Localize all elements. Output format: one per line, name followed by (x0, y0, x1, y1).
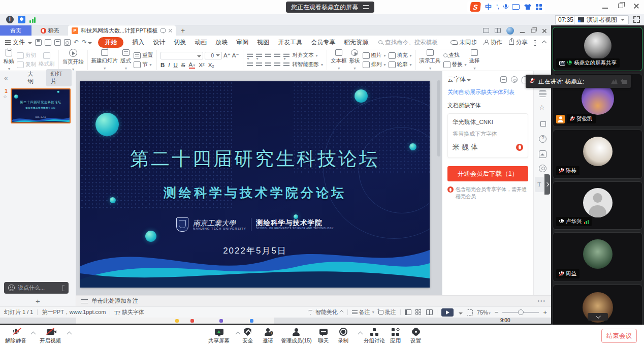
slide-subtitle[interactable]: 测绘科学与技术学院分论坛 (80, 184, 430, 201)
wps-minimize-icon[interactable] (520, 32, 525, 33)
tab-home[interactable]: 首页 (0, 25, 31, 36)
location-icon[interactable] (539, 165, 546, 172)
zoom-level[interactable]: 75% (477, 309, 491, 316)
slide-title[interactable]: 第二十四届研究生科技论坛 (80, 146, 430, 172)
feedback-icon[interactable] (500, 76, 507, 83)
sync-status[interactable]: 未同步 (450, 39, 477, 46)
record-button[interactable]: 录制 (338, 327, 348, 344)
settings-icon[interactable] (511, 76, 518, 83)
slideshow-play-button[interactable] (441, 308, 454, 317)
slide-canvas[interactable]: 第二十四届研究生科技论坛 测绘科学与技术学院分论坛 南京工業大學 NANJING… (76, 71, 442, 306)
emoji-icon[interactable] (8, 285, 15, 291)
new-slide-button[interactable]: 新建幻灯片 (91, 49, 118, 71)
indent-decrease-icon[interactable] (265, 53, 271, 58)
zoom-slider[interactable] (502, 312, 539, 313)
add-slide-button[interactable]: + (0, 297, 76, 305)
participant-tile[interactable]: 周益 (553, 232, 642, 282)
chat-resize-handle[interactable] (62, 285, 65, 291)
menu-insert[interactable]: 插入 (132, 38, 144, 47)
sorter-view-icon[interactable] (415, 309, 422, 315)
replace-button[interactable]: 替换 (443, 61, 467, 68)
bullets-icon[interactable] (247, 53, 253, 58)
tab-docer[interactable]: 稻壳 (31, 25, 68, 36)
menu-animation[interactable]: 动画 (195, 38, 207, 47)
close-icon[interactable] (633, 3, 639, 9)
font-color-button[interactable]: A (189, 61, 196, 69)
more-menu-icon[interactable] (534, 39, 536, 46)
numbering-icon[interactable] (256, 53, 262, 58)
beautify-star-icon[interactable] (539, 105, 546, 112)
select-button[interactable]: 选择 (469, 49, 480, 71)
subscript-button[interactable]: X₂ (208, 62, 214, 68)
indent-increase-icon[interactable] (274, 53, 280, 58)
ime-punct-toggle[interactable]: ’, (496, 4, 499, 10)
fit-page-icon[interactable] (467, 309, 473, 316)
menu-file[interactable]: 文件 (5, 38, 32, 47)
save-icon[interactable] (35, 39, 42, 46)
help-icon[interactable] (539, 135, 546, 143)
unmute-button[interactable]: 解除静音 (5, 327, 26, 344)
participant-tile[interactable]: 卢华兴 (553, 181, 642, 230)
security-button[interactable]: 安全 (242, 327, 253, 344)
my-mic-muted-icon[interactable] (530, 78, 535, 84)
notes-toggle-button[interactable]: 备注 (352, 308, 374, 316)
section-button[interactable]: 节 (134, 61, 153, 68)
panel-collapse-handle[interactable] (544, 174, 550, 195)
ime-toolbox-icon[interactable] (536, 4, 542, 10)
record-options-caret[interactable] (358, 332, 363, 337)
print-icon[interactable] (54, 39, 61, 46)
image-tools-icon[interactable] (539, 150, 546, 158)
ime-mic-icon[interactable] (504, 4, 507, 10)
cut-button[interactable]: 剪切 (17, 52, 36, 59)
smart-graphics-button[interactable]: 转智能图形 (293, 61, 324, 68)
zoom-out-button[interactable]: − (495, 308, 499, 316)
apps-button[interactable]: 应用 (390, 327, 401, 344)
reset-button[interactable]: 重置 (134, 52, 153, 59)
command-search[interactable]: 查找命令、搜索模板 (378, 39, 438, 46)
align-left-icon[interactable] (247, 62, 253, 67)
end-meeting-button[interactable]: 结束会议 (601, 329, 637, 343)
align-right-icon[interactable] (265, 62, 271, 67)
breakout-button[interactable]: 分组讨论 (364, 327, 385, 344)
collab-button[interactable]: 协作 (484, 39, 502, 46)
line-spacing-icon[interactable] (283, 62, 289, 67)
copy-button[interactable]: 复制 (17, 61, 36, 68)
paste-button[interactable]: 粘贴 (4, 49, 14, 71)
video-options-caret[interactable] (67, 332, 72, 337)
tab-outline[interactable]: 大纲 (23, 69, 43, 86)
share-button[interactable]: 分享 (509, 39, 528, 46)
quick-chat-input[interactable]: 说点什么... (4, 282, 69, 294)
collapse-ribbon-icon[interactable] (542, 41, 547, 46)
sogou-logo-icon[interactable]: S (470, 2, 481, 12)
reply-arrow-icon[interactable] (621, 79, 627, 84)
superscript-button[interactable]: X² (199, 62, 205, 68)
meeting-info-icon[interactable]: i (6, 16, 14, 23)
wps-restore-icon[interactable] (531, 28, 536, 33)
normal-view-icon[interactable] (405, 309, 411, 315)
ime-skin-icon[interactable] (524, 4, 531, 10)
bold-button[interactable]: B (160, 62, 165, 68)
comment-bubble-icon[interactable] (160, 28, 166, 33)
wps-account-avatar[interactable] (506, 27, 514, 35)
font-shrink-button[interactable]: A⁻ (232, 52, 239, 59)
participant-tile[interactable]: 杨鼎立的屏幕共享 (553, 27, 642, 71)
play-current-button[interactable]: 当页开始 (62, 49, 84, 72)
banner-menu-icon[interactable] (363, 5, 369, 9)
arrange-button[interactable]: 排列 (363, 61, 386, 68)
font-size-select[interactable]: 0 (205, 52, 222, 59)
redo-icon[interactable]: ↷ (82, 39, 92, 46)
chat-button[interactable]: 聊天 (318, 327, 329, 344)
slide-thumbnail[interactable]: 第二十四届研究生科技论坛 测绘科学与技术学院分论坛 2022年5月5日 (11, 88, 71, 123)
menu-slideshow[interactable]: 放映 (215, 38, 228, 47)
restore-icon[interactable] (618, 4, 623, 8)
raise-hand-icon[interactable] (611, 79, 618, 84)
download-fonts-button[interactable]: 开通会员后下载（1） (447, 166, 528, 181)
beautify-button[interactable]: 智能美化 (308, 308, 343, 316)
justify-icon[interactable] (274, 62, 280, 67)
close-autoshow-link[interactable]: 关闭自动展示缺失字体列表 (447, 88, 528, 96)
font-grow-button[interactable]: A⁺ (223, 52, 231, 59)
reading-view-icon[interactable] (426, 309, 433, 315)
align-center-icon[interactable] (256, 62, 262, 67)
minimize-icon[interactable] (602, 8, 608, 9)
ime-toolbar[interactable]: S 中 ’, (467, 2, 545, 12)
